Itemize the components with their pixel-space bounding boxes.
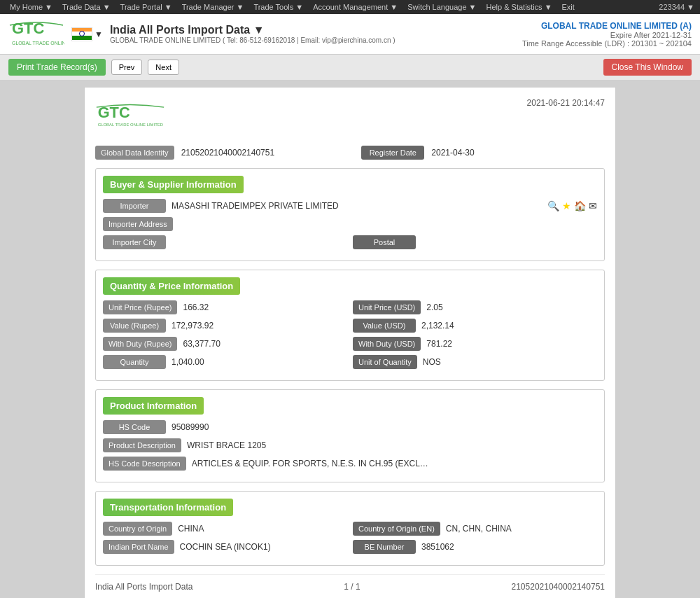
search-icon[interactable]: 🔍 [547, 200, 559, 211]
print-button-top[interactable]: Print Trade Record(s) [8, 59, 106, 76]
flag-selector[interactable]: ▼ [71, 27, 103, 41]
nav-help[interactable]: Help & Statistics ▼ [482, 1, 556, 13]
header-right: GLOBAL TRADE ONLINE LIMITED (A) Expire A… [522, 21, 692, 48]
product-desc-row: Product Description WRIST BRACE 1205 [103, 438, 597, 452]
product-header: Product Information [103, 397, 204, 415]
unit-of-quantity-group: Unit of Quantity NOS [353, 355, 597, 369]
flag-dropdown-arrow: ▼ [94, 29, 103, 39]
indian-port-value: COCHIN SEA (INCOK1) [180, 542, 347, 552]
svg-text:GLOBAL TRADE ONLINE LIMITED: GLOBAL TRADE ONLINE LIMITED [98, 123, 163, 127]
top-toolbar: Print Trade Record(s) Prev Next Close Th… [0, 55, 700, 80]
unit-price-usd-value: 2.05 [426, 303, 597, 312]
next-button-top[interactable]: Next [148, 60, 179, 75]
importer-label: Importer [103, 199, 166, 213]
indian-port-label: Indian Port Name [103, 540, 174, 554]
unit-price-usd-label: Unit Price (USD) [353, 300, 421, 314]
importer-city-label: Importer City [103, 235, 166, 249]
svg-text:GLOBAL TRADE ONLINE LIMITED: GLOBAL TRADE ONLINE LIMITED [12, 41, 64, 46]
global-data-identity-value: 21052021040002140751 [181, 148, 355, 158]
card-logo: GTC GLOBAL TRADE ONLINE LIMITED [95, 98, 165, 135]
country-origin-en-label: Country of Origin (EN) [353, 522, 440, 536]
top-bar: My Home ▼ Trade Data ▼ Trade Portal ▼ Tr… [0, 0, 700, 14]
close-button-top[interactable]: Close This Window [603, 59, 692, 76]
unit-of-quantity-value: NOS [423, 357, 597, 367]
value-usd-group: Value (USD) 2,132.14 [353, 319, 597, 333]
card-header: GTC GLOBAL TRADE ONLINE LIMITED 2021-06-… [95, 98, 605, 135]
country-origin-label: Country of Origin [103, 522, 172, 536]
nav-exit[interactable]: Exit [558, 1, 579, 13]
product-section: Product Information HS Code 95089990 Pro… [95, 389, 605, 482]
footer-left: India All Ports Import Data [95, 582, 192, 592]
importer-icons: 🔍 ★ 🏠 ✉ [547, 200, 597, 211]
home-icon[interactable]: 🏠 [574, 200, 586, 211]
be-number-label: BE Number [353, 540, 416, 554]
importer-row: Importer MASASHI TRADEIMPEX PRIVATE LIMI… [103, 199, 597, 213]
star-icon[interactable]: ★ [562, 200, 571, 211]
value-usd-label: Value (USD) [353, 319, 416, 333]
nav-my-home[interactable]: My Home ▼ [6, 1, 57, 13]
time-range: Time Range Accessible (LDR) : 201301 ~ 2… [522, 39, 692, 48]
unit-price-rupee-group: Unit Price (Rupee) 166.32 [103, 300, 347, 314]
nav-trade-tools[interactable]: Trade Tools ▼ [249, 1, 307, 13]
nav-trade-data[interactable]: Trade Data ▼ [58, 1, 115, 13]
nav-trade-manager[interactable]: Trade Manager ▼ [178, 1, 248, 13]
with-duty-usd-group: With Duty (USD) 781.22 [353, 337, 597, 351]
transport-row-1: Country of Origin CHINA Country of Origi… [103, 522, 597, 536]
hs-code-desc-value: ARTICLES & EQUIP. FOR SPORTS, N.E.S. IN … [192, 459, 430, 468]
price-row-1: Unit Price (Rupee) 166.32 Unit Price (US… [103, 300, 597, 314]
transportation-section: Transportation Information Country of Or… [95, 491, 605, 566]
company-subtitle: GLOBAL TRADE ONLINE LIMITED ( Tel: 86-51… [110, 36, 396, 44]
quantity-value: 1,040.00 [172, 357, 347, 367]
identity-row: Global Data Identity 2105202104000214075… [95, 146, 605, 160]
nav-trade-portal[interactable]: Trade Portal ▼ [116, 1, 176, 13]
buyer-supplier-header: Buyer & Supplier Information [103, 176, 244, 193]
company-name: GLOBAL TRADE ONLINE LIMITED (A) [522, 21, 692, 31]
header-title-group: India All Ports Import Data ▼ GLOBAL TRA… [110, 24, 396, 44]
value-usd-value: 2,132.14 [421, 321, 597, 331]
importer-city-row: Importer City Postal [103, 235, 597, 249]
country-origin-en-group: Country of Origin (EN) CN, CHN, CHINA [353, 522, 597, 536]
price-row-2: Value (Rupee) 172,973.92 Value (USD) 2,1… [103, 319, 597, 333]
with-duty-rupee-label: With Duty (Rupee) [103, 337, 177, 351]
quantity-label: Quantity [103, 355, 166, 369]
product-desc-label: Product Description [103, 438, 181, 452]
prev-button-top[interactable]: Prev [111, 60, 143, 75]
nav-switch-lang[interactable]: Switch Language ▼ [403, 1, 480, 13]
price-row-4: Quantity 1,040.00 Unit of Quantity NOS [103, 355, 597, 369]
email-icon[interactable]: ✉ [589, 200, 597, 211]
header-left: GTC GLOBAL TRADE ONLINE LIMITED ▼ India … [8, 18, 396, 50]
buyer-supplier-section: Buyer & Supplier Information Importer MA… [95, 168, 605, 261]
footer-center: 1 / 1 [344, 582, 360, 592]
india-flag [71, 27, 92, 41]
importer-address-label: Importer Address [103, 217, 173, 231]
be-number-value: 3851062 [421, 542, 597, 552]
with-duty-rupee-group: With Duty (Rupee) 63,377.70 [103, 337, 347, 351]
value-rupee-label: Value (Rupee) [103, 319, 166, 333]
hs-code-desc-row: HS Code Description ARTICLES & EQUIP. FO… [103, 457, 597, 471]
country-origin-en-value: CN, CHN, CHINA [446, 524, 597, 534]
with-duty-usd-value: 781.22 [426, 339, 597, 349]
quantity-price-section: Quantity & Price Information Unit Price … [95, 270, 605, 381]
logo: GTC GLOBAL TRADE ONLINE LIMITED [8, 18, 64, 50]
page-title: India All Ports Import Data ▼ [110, 24, 396, 36]
with-duty-rupee-value: 63,377.70 [183, 339, 347, 349]
hs-code-desc-label: HS Code Description [103, 457, 186, 471]
value-rupee-group: Value (Rupee) 172,973.92 [103, 319, 347, 333]
card-footer: India All Ports Import Data 1 / 1 210520… [95, 574, 605, 592]
unit-price-rupee-label: Unit Price (Rupee) [103, 300, 177, 314]
top-nav: My Home ▼ Trade Data ▼ Trade Portal ▼ Tr… [6, 1, 579, 13]
transport-row-2: Indian Port Name COCHIN SEA (INCOK1) BE … [103, 540, 597, 554]
value-rupee-value: 172,973.92 [172, 321, 347, 331]
be-number-group: BE Number 3851062 [353, 540, 597, 554]
global-data-identity-label: Global Data Identity [95, 146, 174, 160]
hs-code-label: HS Code [103, 420, 166, 434]
indian-port-group: Indian Port Name COCHIN SEA (INCOK1) [103, 540, 347, 554]
country-origin-group: Country of Origin CHINA [103, 522, 347, 536]
main-content: GTC GLOBAL TRADE ONLINE LIMITED 2021-06-… [0, 80, 700, 598]
register-date-value: 2021-04-30 [431, 148, 605, 158]
importer-value: MASASHI TRADEIMPEX PRIVATE LIMITED [172, 201, 535, 211]
unit-of-quantity-label: Unit of Quantity [353, 355, 417, 369]
record-card: GTC GLOBAL TRADE ONLINE LIMITED 2021-06-… [84, 87, 616, 598]
nav-account-mgmt[interactable]: Account Management ▼ [309, 1, 402, 13]
country-origin-value: CHINA [178, 524, 347, 534]
